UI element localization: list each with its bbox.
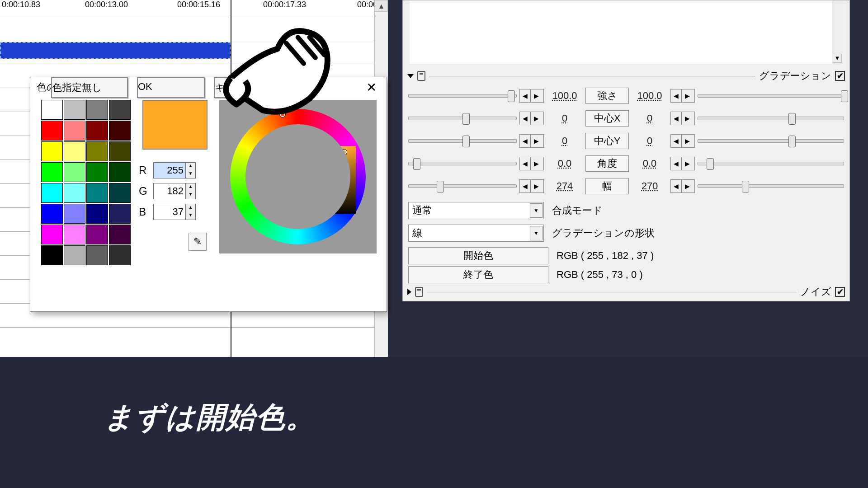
color-swatch[interactable]: [41, 141, 63, 161]
color-swatch[interactable]: [64, 162, 85, 182]
keyframe-icon[interactable]: [415, 287, 423, 297]
step-right-icon[interactable]: ▶: [682, 180, 693, 192]
slider-left[interactable]: [408, 94, 517, 98]
param-name-button[interactable]: 中心X: [585, 110, 629, 127]
slider-right[interactable]: [698, 139, 844, 143]
color-swatch[interactable]: [64, 204, 85, 224]
step-right-icon[interactable]: ▶: [531, 180, 542, 192]
color-swatch[interactable]: [109, 204, 131, 224]
slider-left[interactable]: [408, 139, 517, 143]
color-swatch[interactable]: [109, 245, 131, 265]
color-swatch[interactable]: [64, 121, 85, 141]
step-left-icon[interactable]: ◀: [520, 180, 531, 192]
value-left[interactable]: 0: [547, 135, 583, 147]
no-color-button[interactable]: 色指定無し: [51, 77, 128, 98]
green-value[interactable]: [154, 183, 185, 199]
spin-up-icon[interactable]: ▲: [185, 183, 195, 191]
color-swatch[interactable]: [41, 121, 63, 141]
slider-right[interactable]: [698, 162, 844, 165]
step-left-icon[interactable]: ◀: [520, 112, 531, 125]
stepper-left[interactable]: ◀▶: [519, 179, 544, 193]
collapse-icon[interactable]: [407, 74, 414, 78]
color-swatch[interactable]: [64, 245, 85, 265]
stepper-right[interactable]: ◀▶: [670, 157, 695, 170]
green-input[interactable]: ▲▼: [153, 183, 196, 199]
color-swatch[interactable]: [109, 183, 131, 203]
section-header-noise[interactable]: ノイズ ✔: [407, 285, 845, 299]
expand-icon[interactable]: [407, 289, 411, 295]
param-name-button[interactable]: 角度: [585, 155, 629, 172]
step-right-icon[interactable]: ▶: [531, 135, 542, 147]
color-swatch[interactable]: [109, 100, 131, 120]
color-swatch[interactable]: [86, 141, 108, 161]
color-swatch[interactable]: [64, 225, 85, 244]
step-left-icon[interactable]: ◀: [671, 89, 682, 102]
color-swatch[interactable]: [86, 225, 108, 244]
timeline-clip[interactable]: [0, 42, 231, 59]
chevron-down-icon[interactable]: ▼: [530, 203, 542, 218]
value-right[interactable]: 0: [632, 113, 668, 124]
blue-input[interactable]: ▲▼: [153, 204, 196, 220]
keyframe-icon[interactable]: [417, 71, 425, 81]
slider-right[interactable]: [698, 184, 844, 188]
step-right-icon[interactable]: ▶: [682, 135, 693, 147]
color-swatch[interactable]: [109, 225, 131, 244]
step-right-icon[interactable]: ▶: [531, 89, 542, 102]
red-input[interactable]: ▲▼: [153, 162, 196, 178]
step-left-icon[interactable]: ◀: [671, 157, 682, 170]
value-left[interactable]: 100.0: [547, 90, 583, 102]
color-swatch[interactable]: [64, 141, 85, 161]
value-left[interactable]: 274: [547, 180, 583, 192]
stepper-left[interactable]: ◀▶: [519, 89, 544, 103]
step-right-icon[interactable]: ▶: [682, 112, 693, 125]
color-swatch[interactable]: [64, 183, 85, 203]
step-left-icon[interactable]: ◀: [520, 89, 531, 102]
start-color-button[interactable]: 開始色: [408, 247, 548, 264]
color-swatch[interactable]: [86, 183, 108, 203]
spin-up-icon[interactable]: ▲: [185, 204, 195, 212]
scroll-up-icon[interactable]: ▲: [375, 0, 388, 12]
param-name-button[interactable]: 幅: [585, 178, 629, 194]
color-swatch[interactable]: [41, 204, 63, 224]
slider-right[interactable]: [698, 117, 844, 120]
color-swatch[interactable]: [86, 204, 108, 224]
color-swatch[interactable]: [41, 162, 63, 182]
spin-up-icon[interactable]: ▲: [185, 163, 195, 170]
slider-left[interactable]: [408, 184, 517, 188]
color-swatch[interactable]: [109, 141, 131, 161]
section-enable-checkbox[interactable]: ✔: [835, 71, 845, 81]
value-right[interactable]: 100.0: [632, 90, 668, 102]
param-name-button[interactable]: 強さ: [585, 88, 629, 104]
step-left-icon[interactable]: ◀: [671, 180, 682, 192]
step-right-icon[interactable]: ▶: [682, 89, 693, 102]
color-swatch[interactable]: [41, 225, 63, 244]
stepper-right[interactable]: ◀▶: [670, 89, 695, 103]
slider-left[interactable]: [408, 117, 517, 120]
stepper-left[interactable]: ◀▶: [519, 112, 544, 125]
step-right-icon[interactable]: ▶: [531, 112, 542, 125]
end-color-button[interactable]: 終了色: [408, 266, 548, 283]
spin-down-icon[interactable]: ▼: [185, 191, 195, 199]
eyedropper-icon[interactable]: ✎: [189, 233, 207, 251]
color-swatch[interactable]: [41, 245, 63, 265]
color-swatch[interactable]: [86, 245, 108, 265]
step-left-icon[interactable]: ◀: [671, 112, 682, 125]
spin-down-icon[interactable]: ▼: [185, 170, 195, 178]
section-header-gradient[interactable]: グラデーション ✔: [407, 69, 845, 83]
color-swatch[interactable]: [64, 100, 85, 120]
saturation-value-picker[interactable]: [274, 146, 356, 214]
step-right-icon[interactable]: ▶: [531, 157, 542, 170]
color-wheel[interactable]: [219, 100, 377, 253]
value-right[interactable]: 270: [632, 180, 668, 192]
color-swatch[interactable]: [86, 121, 108, 141]
blend-mode-combo[interactable]: 通常 ▼: [408, 202, 544, 219]
scroll-down-icon[interactable]: ▼: [833, 54, 842, 63]
color-swatch[interactable]: [41, 183, 63, 203]
stepper-right[interactable]: ◀▶: [670, 179, 695, 193]
color-swatch[interactable]: [109, 162, 131, 182]
step-left-icon[interactable]: ◀: [671, 135, 682, 147]
stepper-right[interactable]: ◀▶: [670, 112, 695, 125]
ok-button[interactable]: OK: [137, 77, 205, 98]
chevron-down-icon[interactable]: ▼: [530, 226, 542, 240]
red-value[interactable]: [154, 163, 185, 178]
